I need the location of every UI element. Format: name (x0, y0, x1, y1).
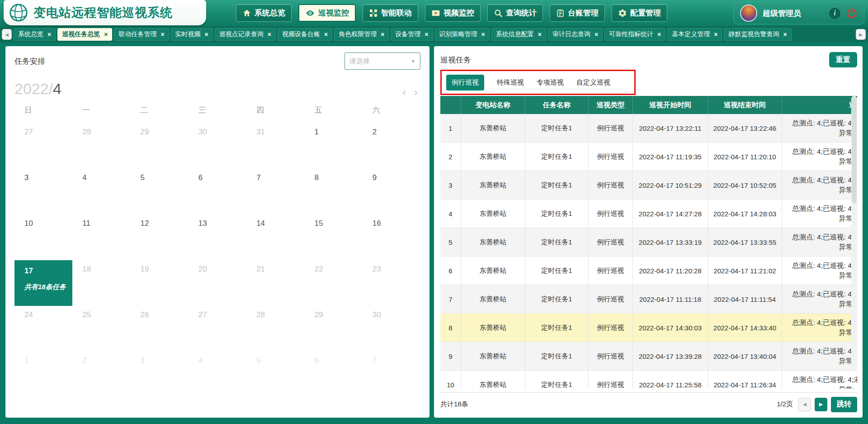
info-icon[interactable]: i (829, 8, 840, 19)
calendar-day[interactable]: 22 (304, 260, 362, 306)
power-icon[interactable] (846, 7, 858, 19)
tab-9[interactable]: 识别策略管理× (435, 28, 490, 41)
tab-close-icon[interactable]: × (538, 31, 542, 38)
avatar[interactable] (740, 5, 757, 22)
tab-close-icon[interactable]: × (481, 31, 485, 38)
page-prev-icon[interactable]: ◀ (798, 398, 811, 411)
tab-13[interactable]: 基本定义管理× (667, 28, 722, 41)
calendar-day[interactable]: 1 (304, 123, 362, 169)
tab-close-icon[interactable]: × (381, 31, 384, 38)
table-row[interactable]: 2东善桥站定时任务1例行巡视2022-04-17 11:19:352022-04… (440, 143, 857, 171)
tab-3[interactable]: 联动任务管理× (114, 28, 169, 41)
calendar-day[interactable]: 2 (363, 123, 420, 169)
tab-close-icon[interactable]: × (205, 31, 208, 38)
tab-close-icon[interactable]: × (160, 31, 164, 38)
calendar-day[interactable]: 18 (72, 260, 130, 306)
calendar-day[interactable]: 29 (304, 306, 362, 352)
tab-close-icon[interactable]: × (104, 31, 108, 38)
tab-close-icon[interactable]: × (47, 31, 51, 38)
tab-10[interactable]: 系统信息配置× (491, 28, 546, 41)
calendar-day[interactable]: 12 (131, 214, 189, 260)
calendar-day[interactable]: 7 (246, 169, 304, 214)
calendar-day[interactable]: 8 (304, 169, 362, 214)
tabbar-scroll-left-icon[interactable]: ◀ (2, 29, 12, 40)
calendar-day[interactable]: 2 (72, 352, 130, 397)
tab-11[interactable]: 审计日志查询× (548, 28, 603, 41)
calendar-day[interactable]: 29 (131, 123, 189, 169)
table-scrollbar-thumb[interactable] (852, 97, 857, 203)
reset-button[interactable]: 重置 (829, 52, 857, 67)
calendar-day[interactable]: 15 (304, 214, 362, 260)
calendar-day[interactable]: 4 (72, 169, 130, 214)
calendar-day[interactable]: 20 (189, 260, 246, 306)
tab-4[interactable]: 实时视频× (171, 28, 213, 41)
nav-button-2[interactable]: 巡视监控 (298, 4, 356, 22)
table-row[interactable]: 4东善桥站定时任务1例行巡视2022-04-17 14:27:282022-04… (440, 200, 857, 228)
type-tab-3[interactable]: 专项巡视 (537, 78, 564, 87)
calendar-day[interactable]: 27 (14, 123, 72, 169)
calendar-next-icon[interactable]: › (414, 87, 418, 98)
nav-button-3[interactable]: 智能联动 (363, 4, 418, 22)
page-next-icon[interactable]: ▶ (815, 398, 827, 411)
tab-1[interactable]: 系统总览× (14, 28, 56, 41)
tab-close-icon[interactable]: × (324, 31, 328, 38)
calendar-day[interactable]: 1 (14, 352, 72, 397)
nav-button-4[interactable]: 视频监控 (425, 4, 481, 22)
tab-8[interactable]: 设备管理× (391, 28, 433, 41)
nav-button-6[interactable]: 台账管理 (550, 4, 605, 22)
calendar-day-selected[interactable]: 17共有18条任务 (14, 260, 72, 306)
tab-5[interactable]: 巡视点记录查询× (215, 28, 276, 41)
calendar-day[interactable]: 26 (131, 306, 189, 352)
calendar-day[interactable]: 5 (246, 352, 304, 397)
tab-close-icon[interactable]: × (783, 31, 787, 38)
calendar-day[interactable]: 30 (363, 306, 420, 352)
nav-button-1[interactable]: 系统总览 (236, 4, 292, 22)
calendar-day[interactable]: 24 (14, 306, 72, 352)
calendar-day[interactable]: 9 (363, 169, 420, 214)
tab-2[interactable]: 巡视任务总览× (57, 28, 112, 41)
type-tab-2[interactable]: 特殊巡视 (497, 78, 524, 87)
nav-button-7[interactable]: 配置管理 (612, 4, 667, 22)
tabbar-scroll-right-icon[interactable]: ▶ (856, 29, 866, 40)
calendar-day[interactable]: 10 (14, 214, 72, 260)
table-row[interactable]: 5东善桥站定时任务1例行巡视2022-04-17 13:33:192022-04… (440, 228, 857, 257)
calendar-day[interactable]: 21 (246, 260, 304, 306)
calendar-day[interactable]: 28 (246, 306, 304, 352)
tab-close-icon[interactable]: × (425, 31, 428, 38)
tab-close-icon[interactable]: × (657, 31, 661, 38)
type-tab-4[interactable]: 自定义巡视 (576, 78, 610, 87)
calendar-day[interactable]: 11 (72, 214, 130, 260)
calendar-day[interactable]: 23 (363, 260, 420, 306)
calendar-day[interactable]: 28 (72, 123, 130, 169)
table-row[interactable]: 7东善桥站定时任务1例行巡视2022-04-17 11:11:182022-04… (440, 285, 857, 314)
table-row[interactable]: 3东善桥站定时任务1例行巡视2022-04-17 10:51:292022-04… (440, 171, 857, 200)
calendar-day[interactable]: 3 (131, 352, 189, 397)
calendar-prev-icon[interactable]: ‹ (402, 87, 406, 98)
calendar-day[interactable]: 14 (246, 214, 304, 260)
calendar-day[interactable]: 16 (363, 214, 420, 260)
nav-button-5[interactable]: 查询统计 (487, 4, 543, 22)
calendar-day[interactable]: 30 (189, 123, 246, 169)
calendar-day[interactable]: 31 (246, 123, 304, 169)
tab-close-icon[interactable]: × (268, 31, 271, 38)
calendar-day[interactable]: 4 (189, 352, 246, 397)
calendar-day[interactable]: 6 (189, 169, 246, 214)
tab-7[interactable]: 角色权限管理× (334, 28, 389, 41)
calendar-day[interactable]: 19 (131, 260, 189, 306)
table-row[interactable]: 1东善桥站定时任务1例行巡视2022-04-17 13:22:112022-04… (440, 114, 857, 143)
calendar-day[interactable]: 3 (14, 169, 72, 214)
tab-close-icon[interactable]: × (594, 31, 598, 38)
table-row[interactable]: 10东善桥站定时任务1例行巡视2022-04-17 11:25:582022-0… (440, 371, 857, 389)
table-row[interactable]: 8东善桥站定时任务1例行巡视2022-04-17 14:30:032022-04… (440, 314, 857, 342)
jump-button[interactable]: 跳转 (831, 397, 857, 412)
station-select[interactable]: 请选择 ▼ (344, 52, 420, 70)
calendar-day[interactable]: 7 (363, 352, 420, 397)
calendar-day[interactable]: 25 (72, 306, 130, 352)
calendar-day[interactable]: 13 (189, 214, 246, 260)
tab-close-icon[interactable]: × (714, 31, 717, 38)
calendar-day[interactable]: 27 (189, 306, 246, 352)
tab-12[interactable]: 可靠性指标统计× (604, 28, 665, 41)
tab-6[interactable]: 视频设备台账× (278, 28, 332, 41)
table-row[interactable]: 9东善桥站定时任务1例行巡视2022-04-17 13:39:282022-04… (440, 342, 857, 371)
calendar-day[interactable]: 6 (304, 352, 362, 397)
